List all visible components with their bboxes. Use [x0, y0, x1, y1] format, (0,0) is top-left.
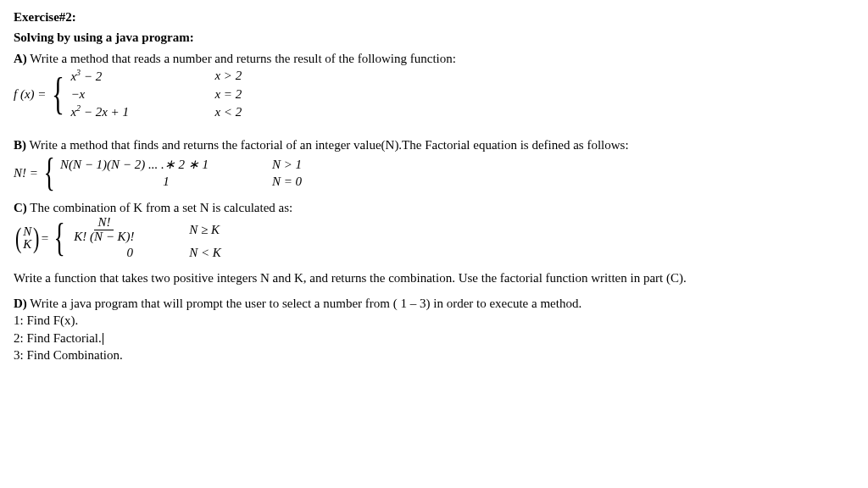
fx-lhs: f (x) =: [14, 86, 46, 103]
case-row: N(N − 1)(N − 2) ... .∗ 2 ∗ 1 N > 1: [60, 156, 374, 173]
case-cond: N ≥ K: [189, 221, 291, 238]
fraction: N! K! (N − K)!: [70, 216, 137, 244]
case-cond: N > 1: [272, 156, 374, 173]
part-a-equation: f (x) = { x3 − 2 x > 2 −x x = 2 x2 − 2x …: [14, 67, 854, 121]
part-a-text: Write a method that reads a number and r…: [27, 52, 456, 65]
option-2: 2: Find Factorial.: [14, 330, 854, 347]
case-expr-b: − 2: [81, 69, 102, 83]
part-c-text: The combination of K from a set N is cal…: [27, 201, 292, 214]
part-a-prompt: A) Write a method that reads a number an…: [14, 50, 854, 67]
piecewise-cases: x3 − 2 x > 2 −x x = 2 x2 − 2x + 1 x < 2: [70, 67, 316, 121]
cond-rhs: 2: [236, 105, 242, 119]
part-c: C) The combination of K from a set N is …: [14, 199, 854, 286]
part-b-text: Write a method that finds and returns th…: [26, 138, 629, 152]
case-cond: N < K: [189, 244, 291, 261]
part-c-equation: ( N K ) = { N! K! (N − K)! N ≥ K 0: [14, 216, 854, 261]
cond-rhs: 2: [236, 69, 242, 82]
left-paren-icon: (: [15, 224, 21, 252]
case-expr: −x: [70, 87, 85, 101]
case-row: N! K! (N − K)! N ≥ K: [70, 216, 291, 244]
frac-den: K! (N − K)!: [70, 230, 137, 244]
binomial-symbol: ( N K ): [14, 224, 42, 252]
part-b-label: B): [14, 138, 26, 152]
part-c-label: C): [14, 201, 27, 214]
part-b-prompt: B) Write a method that finds and returns…: [14, 136, 854, 153]
part-d-text: Write a java program that will prompt th…: [27, 297, 581, 310]
option-2-text: 2: Find Factorial.: [14, 331, 102, 345]
part-d-prompt: D) Write a java program that will prompt…: [14, 295, 854, 312]
frac-num: N!: [94, 216, 114, 230]
text-cursor-icon: [103, 333, 103, 345]
case-row: 1 N = 0: [60, 173, 374, 190]
cond-op: <: [220, 105, 236, 119]
right-paren-icon: ): [33, 224, 39, 252]
cond-op: >: [220, 69, 236, 82]
case-row: 0 N < K: [70, 244, 291, 261]
part-c-tail: Write a function that takes two positive…: [14, 269, 854, 286]
case-expr: N(N − 1)(N − 2) ... .∗ 2 ∗ 1: [60, 156, 272, 173]
option-1: 1: Find F(x).: [14, 312, 854, 329]
case-row: −x x = 2: [70, 85, 316, 103]
part-c-prompt: C) The combination of K from a set N is …: [14, 199, 854, 216]
cond-op: =: [220, 87, 236, 101]
binom-bot: K: [23, 238, 31, 251]
combination-cases: N! K! (N − K)! N ≥ K 0 N < K: [70, 216, 291, 261]
part-d: D) Write a java program that will prompt…: [14, 295, 854, 363]
brace-icon: {: [54, 219, 65, 258]
case-expr-b: − 2x + 1: [81, 105, 129, 119]
binom-top: N: [23, 225, 31, 238]
part-a-label: A): [14, 52, 27, 65]
brace-icon: {: [52, 72, 64, 116]
case-cond: N = 0: [272, 173, 374, 190]
nfact-lhs: N! =: [14, 164, 38, 181]
part-b: B) Write a method that finds and returns…: [14, 136, 854, 192]
option-3: 3: Find Combination.: [14, 347, 854, 363]
case-row: x3 − 2 x > 2: [70, 67, 316, 85]
factorial-cases: N(N − 1)(N − 2) ... .∗ 2 ∗ 1 N > 1 1 N =…: [60, 156, 374, 191]
case-expr: 0: [70, 244, 189, 261]
equals: =: [42, 230, 48, 247]
subtitle: Solving by using a java program:: [14, 29, 854, 46]
brace-icon: {: [43, 153, 54, 192]
part-d-label: D): [14, 297, 27, 310]
cond-rhs: 2: [236, 87, 242, 101]
part-a: A) Write a method that reads a number an…: [14, 50, 854, 121]
part-b-equation: N! = { N(N − 1)(N − 2) ... .∗ 2 ∗ 1 N > …: [14, 153, 854, 192]
case-row: x2 − 2x + 1 x < 2: [70, 103, 316, 120]
exercise-title: Exercise#2:: [14, 8, 854, 25]
case-expr: 1: [60, 173, 272, 190]
